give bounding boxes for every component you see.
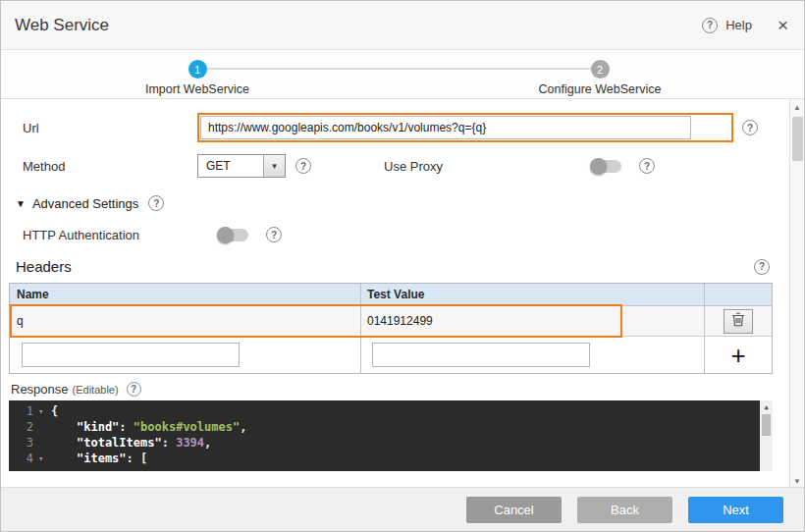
headers-help-icon[interactable]: ? — [754, 259, 770, 275]
step2-label: Configure WebService — [521, 82, 678, 96]
code-token: [ — [140, 452, 147, 465]
response-code-editor[interactable]: 1 ▾ { 2 "kind": "books#volumes", 3 "tota… — [9, 400, 773, 471]
next-button[interactable]: Next — [688, 497, 783, 523]
web-service-dialog: Web Service ? Help × 1 Import WebService… — [0, 0, 805, 532]
wizard-stepper: 1 Import WebService 2 Configure WebServi… — [1, 50, 804, 99]
scroll-up-icon[interactable]: ▲ — [790, 99, 804, 115]
page-title: Web Service — [15, 16, 109, 35]
add-row-button[interactable]: + — [730, 343, 745, 368]
column-header-actions — [705, 284, 772, 305]
new-header-name-input[interactable] — [22, 343, 240, 367]
header-name-value[interactable]: q — [10, 306, 361, 336]
line-number: 1 — [9, 403, 38, 419]
use-proxy-toggle-knob — [590, 158, 607, 175]
editor-scroll-up-icon[interactable]: ▲ — [760, 400, 773, 413]
dialog-footer: Cancel Back Next — [1, 487, 804, 531]
advanced-settings-help-icon[interactable]: ? — [148, 195, 164, 211]
method-help-icon[interactable]: ? — [295, 158, 311, 174]
help-link[interactable]: Help — [725, 18, 752, 32]
close-icon[interactable]: × — [778, 16, 788, 34]
advanced-settings-label: Advanced Settings — [32, 196, 138, 211]
editor-scrollbar[interactable]: ▲ — [760, 400, 773, 471]
code-token: "books#volumes" — [134, 420, 240, 434]
url-input-highlight — [197, 113, 733, 142]
method-select[interactable]: GET ▼ — [197, 154, 286, 178]
headers-section-title: Headers — [16, 258, 72, 275]
collapse-triangle-icon: ▼ — [16, 198, 26, 209]
use-proxy-help-icon[interactable]: ? — [639, 158, 655, 174]
cancel-button[interactable]: Cancel — [466, 497, 562, 523]
use-proxy-toggle[interactable] — [592, 160, 621, 173]
column-header-name: Name — [10, 284, 361, 305]
code-token: 3394 — [176, 436, 204, 450]
editor-scrollbar-thumb[interactable] — [762, 414, 771, 436]
response-label: Response — [11, 382, 69, 397]
help-icon[interactable]: ? — [702, 18, 718, 33]
code-token: "items" — [77, 452, 127, 465]
response-help-icon[interactable]: ? — [127, 382, 141, 397]
table-row[interactable]: q 0141912499 — [10, 306, 772, 337]
line-number: 3 — [9, 435, 38, 451]
step-import-webservice[interactable]: 1 Import WebService — [119, 60, 276, 96]
http-auth-label: HTTP Authentication — [9, 228, 197, 242]
http-auth-toggle[interactable] — [219, 229, 248, 241]
http-auth-help-icon[interactable]: ? — [266, 227, 282, 242]
content-scrollbar[interactable]: ▲ ▼ — [789, 99, 804, 489]
code-token: { — [51, 404, 58, 418]
table-row-new: + — [10, 337, 772, 373]
new-header-test-value-input[interactable] — [372, 343, 590, 367]
dialog-header: Web Service ? Help × — [1, 1, 804, 50]
method-label: Method — [9, 159, 197, 174]
response-editable-note: (Editable) — [73, 384, 119, 396]
step2-circle: 2 — [591, 60, 610, 79]
delete-row-button[interactable] — [724, 309, 753, 334]
scrollbar-thumb[interactable] — [792, 117, 803, 161]
use-proxy-label: Use Proxy — [384, 159, 443, 174]
url-label: Url — [9, 121, 197, 135]
line-number: 2 — [9, 419, 38, 435]
fold-icon[interactable]: ▾ — [38, 403, 51, 419]
back-button[interactable]: Back — [577, 497, 672, 523]
method-selected-value: GET — [198, 155, 263, 177]
advanced-settings-toggle[interactable]: ▼ Advanced Settings ? — [16, 195, 789, 211]
chevron-down-icon[interactable]: ▼ — [263, 155, 285, 177]
url-help-icon[interactable]: ? — [742, 120, 758, 135]
trash-icon — [731, 312, 745, 330]
dialog-content: Url ? Method GET ▼ ? Use Proxy ? — [1, 99, 804, 489]
code-token: "kind" — [77, 420, 119, 434]
headers-table-header: Name Test Value — [10, 284, 772, 306]
column-header-test-value: Test Value — [361, 284, 705, 305]
step-configure-webservice[interactable]: 2 Configure WebService — [521, 60, 678, 96]
code-token: "totalItems" — [77, 436, 162, 450]
http-auth-toggle-knob — [217, 227, 234, 243]
step1-circle: 1 — [188, 60, 207, 79]
url-input[interactable] — [200, 116, 691, 139]
step1-label: Import WebService — [119, 82, 276, 96]
line-number: 4 — [9, 451, 38, 466]
header-test-value[interactable]: 0141912499 — [361, 306, 705, 336]
headers-table: Name Test Value q 0141912499 — [9, 283, 773, 374]
fold-icon[interactable]: ▾ — [38, 451, 51, 466]
